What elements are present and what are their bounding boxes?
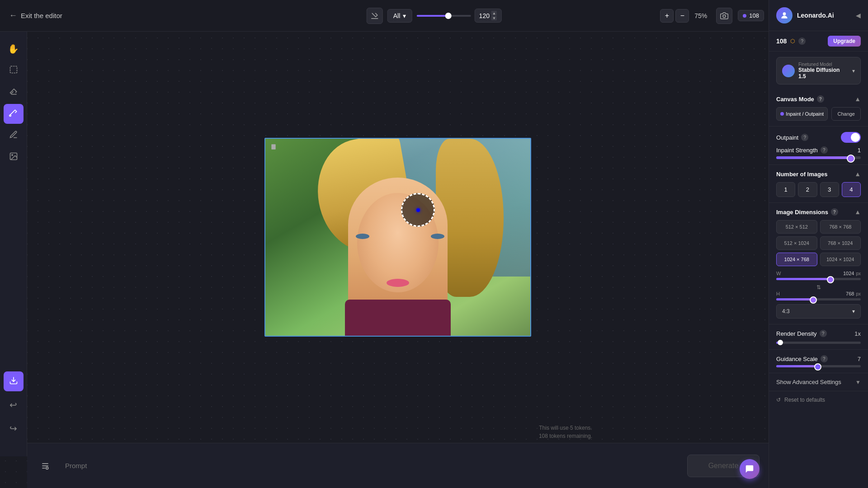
right-panel: Leonardo.Ai ◀ 108 ⬡ ? Upgrade Finetuned … — [769, 0, 868, 488]
image-frame[interactable] — [264, 138, 531, 337]
eraser-tool-button[interactable] — [4, 82, 24, 102]
image-tool-button[interactable] — [4, 147, 24, 167]
credits-token-icon: ⬡ — [790, 38, 795, 44]
aspect-chevron-icon: ▾ — [852, 308, 855, 314]
credits-info-button[interactable]: ? — [798, 38, 806, 45]
undo-icon: ↩ — [9, 399, 17, 410]
pen-tool-button[interactable] — [4, 126, 24, 145]
exit-editor-button[interactable]: ← Exit the editor — [9, 11, 62, 20]
guidance-scale-header: Guidance Scale ? 7 — [776, 355, 861, 362]
undo-button[interactable]: ↩ — [4, 395, 24, 415]
image-dimensions-info-button[interactable]: ? — [831, 208, 838, 216]
model-name: Stable Diffusion 1.5 — [798, 67, 849, 80]
panel-collapse-button[interactable]: ◀ — [856, 12, 861, 19]
brush-tool-button[interactable] — [4, 104, 24, 124]
render-density-section: Render Density ? 1x — [769, 324, 868, 350]
redo-button[interactable]: ↪ — [4, 418, 24, 438]
brush-icon-btn[interactable] — [367, 8, 383, 24]
reset-row[interactable]: ↺ Reset to defaults — [769, 391, 868, 408]
svg-point-3 — [11, 154, 12, 155]
change-mode-button[interactable]: Change — [831, 107, 861, 121]
canvas-mode-header: Canvas Mode ? ▲ — [776, 95, 861, 103]
zoom-in-button[interactable]: + — [660, 9, 674, 23]
advanced-settings-arrow-icon: ▼ — [855, 379, 861, 385]
svg-point-0 — [723, 14, 726, 17]
outpaint-info-button[interactable]: ? — [801, 134, 808, 141]
aspect-ratio-dropdown[interactable]: 4:3 ▾ — [776, 304, 861, 319]
exit-editor-label: Exit the editor — [21, 12, 62, 19]
num-images-grid: 1 2 3 4 — [776, 182, 861, 197]
num-images-1[interactable]: 1 — [776, 182, 795, 197]
prompt-input[interactable] — [61, 458, 680, 473]
upgrade-button[interactable]: Upgrade — [828, 36, 861, 47]
zoom-level: 75% — [691, 12, 711, 19]
dim-1024x768[interactable]: 1024 × 768 — [776, 253, 817, 266]
canvas-area[interactable] — [27, 32, 769, 443]
guidance-scale-section: Guidance Scale ? 7 — [769, 350, 868, 373]
guidance-scale-value: 7 — [858, 356, 861, 362]
brush-size-value: 120 — [479, 12, 490, 19]
height-slider-row: H 768 px — [776, 291, 861, 300]
dim-768x768[interactable]: 768 × 768 — [820, 220, 861, 234]
number-of-images-section: Number of Images ▲ 1 2 3 4 — [769, 165, 868, 203]
panel-header: Leonardo.Ai ◀ — [769, 0, 868, 31]
pan-tool-button[interactable]: ✋ — [4, 39, 24, 59]
select-tool-button[interactable] — [4, 61, 24, 80]
camera-icon-btn[interactable] — [716, 8, 732, 24]
width-label: W — [776, 271, 781, 276]
num-images-4[interactable]: 4 — [842, 182, 861, 197]
model-type-label: Finetuned Model — [798, 62, 849, 67]
advanced-settings-row[interactable]: Show Advanced Settings ▼ — [769, 373, 868, 391]
top-center-controls: All ▾ 120 ▲ ▼ — [367, 8, 502, 24]
credits-row: 108 ⬡ ? Upgrade — [769, 31, 868, 52]
render-density-info-button[interactable]: ? — [820, 330, 827, 337]
brush-size-slider-container: 120 ▲ ▼ — [416, 9, 501, 23]
inpaint-strength-label: Inpaint Strength ? — [776, 146, 828, 154]
dim-1024x1024[interactable]: 1024 × 1024 — [820, 253, 861, 266]
dim-512x512[interactable]: 512 × 512 — [776, 220, 817, 234]
num-images-3[interactable]: 3 — [820, 182, 839, 197]
width-slider-label: W 1024 px — [776, 271, 861, 276]
dim-768x1024[interactable]: 768 × 1024 — [820, 236, 861, 250]
canvas-mode-row: Inpaint / Outpaint Change — [776, 107, 861, 121]
num-images-header: Number of Images ▲ — [776, 170, 861, 178]
width-slider[interactable] — [776, 278, 861, 280]
outpaint-section: Outpaint ? Inpaint Strength ? 1 — [769, 127, 868, 165]
svg-rect-4 — [271, 144, 275, 150]
outpaint-toggle[interactable] — [841, 132, 861, 143]
render-density-slider[interactable] — [776, 342, 861, 344]
chevron-down-icon: ▾ — [403, 12, 406, 19]
inpaint-strength-slider[interactable] — [776, 156, 861, 159]
height-label: H — [776, 291, 780, 296]
dim-512x1024[interactable]: 512 × 1024 — [776, 236, 817, 250]
height-slider-label: H 768 px — [776, 291, 861, 296]
brush-mode-dropdown[interactable]: All ▾ — [387, 9, 412, 23]
eraser-icon — [9, 87, 18, 98]
brush-size-slider[interactable] — [416, 15, 471, 17]
inpaint-outpaint-mode-button[interactable]: Inpaint / Outpaint — [776, 107, 828, 121]
num-images-2[interactable]: 2 — [798, 182, 817, 197]
num-images-collapse-button[interactable]: ▲ — [854, 170, 861, 178]
canvas-mode-info-button[interactable]: ? — [817, 95, 824, 103]
inpaint-strength-info-button[interactable]: ? — [821, 146, 828, 154]
brand-name: Leonardo.Ai — [797, 12, 834, 19]
brush-size-increment[interactable]: ▲ — [491, 11, 497, 15]
guidance-scale-info-button[interactable]: ? — [821, 355, 828, 362]
download-tool-button[interactable] — [4, 371, 24, 391]
inpaint-strength-value: 1 — [858, 147, 861, 154]
prompt-settings-button[interactable] — [36, 457, 54, 475]
brush-mode-label: All — [393, 12, 401, 19]
guidance-scale-slider[interactable] — [776, 365, 861, 367]
image-dimensions-collapse-button[interactable]: ▲ — [854, 208, 861, 216]
canvas-mode-collapse-button[interactable]: ▲ — [854, 95, 861, 103]
chat-fab-button[interactable] — [740, 459, 760, 479]
height-slider[interactable] — [776, 298, 861, 300]
zoom-out-button[interactable]: − — [675, 9, 689, 23]
brush-size-decrement[interactable]: ▼ — [491, 16, 497, 20]
top-bar: ← Exit the editor All ▾ 120 ▲ ▼ + — [0, 0, 868, 32]
model-chevron-icon: ▾ — [852, 68, 855, 74]
image-dimensions-header: Image Dimensions ? ▲ — [776, 208, 861, 216]
render-density-fill — [776, 342, 780, 344]
model-selector[interactable]: Finetuned Model Stable Diffusion 1.5 ▾ — [776, 57, 861, 84]
width-fill — [776, 278, 831, 280]
